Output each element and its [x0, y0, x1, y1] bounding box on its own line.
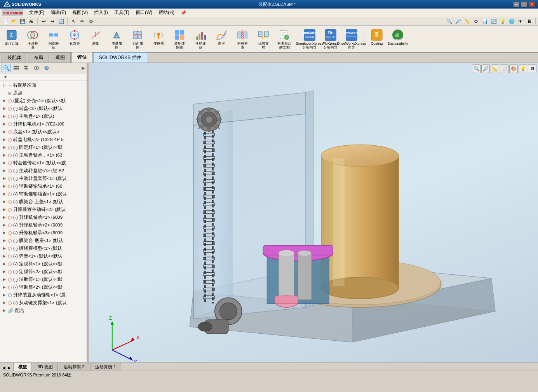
panel-btn-collapse[interactable] [22, 64, 31, 72]
ribbon-btn-driveworks-xpress[interactable]: DriveWorks Xpress DriveWorksXpress向导 [341, 27, 362, 51]
ribbon-btn-interference[interactable]: 干涉检查 [23, 27, 43, 51]
qa-sketch-select[interactable]: ✏ [78, 18, 86, 25]
tree-item-aux-drum1[interactable]: ▶ ⬡ (-) 辅助筒<1> (默认<<默 [0, 276, 87, 284]
tree-item-fixed-film2[interactable]: ▶ ⬡ (-) 定膜筒<2> (默认<<默 [0, 268, 87, 276]
tree-item-turntable-motor[interactable]: ▶ ⬡ 转盘电机<2> (132S-4P-5 [0, 136, 87, 144]
window-controls[interactable]: ─ □ ✕ [513, 2, 535, 7]
tab-assembly[interactable]: 装配体 [2, 52, 27, 63]
tree-item-aux-drum2[interactable]: ▶ ⬡ (-) 辅助筒<2> (默认<<默 [0, 284, 87, 291]
tree-item-lb1[interactable]: ▶ ⬡ (-) 升降机轴承<1> (6009 [0, 214, 87, 221]
qa-rebuild[interactable]: 🔄 [57, 18, 65, 25]
tree-item-driven-sprocket[interactable]: ▶ ⬡ 升降装置从动链轮<1> (属 [0, 291, 87, 299]
tree-item-tt-drive[interactable]: ▶ ⬡ 转盘链传动<1> (默认<<默 [0, 159, 87, 167]
vp-btn-2[interactable]: 🔎 [481, 64, 490, 73]
pin-icon[interactable]: 📌 [181, 10, 186, 16]
tree-item-spring[interactable]: ▶ ⬡ (-) 弹簧<1> (默认<<默认 [0, 253, 87, 260]
display-icon[interactable]: 📊 [481, 18, 489, 25]
tree-item-aux-chain-bearing[interactable]: ▶ ⬡ (-) 辅助链轮轴承<1> (60 [0, 183, 87, 190]
ribbon-btn-clearance[interactable]: 间隙验证 [44, 27, 64, 51]
tree-item-lb2[interactable]: ▶ ⬡ (-) 升降机轴承<2> (6009 [0, 221, 87, 229]
tree-item-film-base[interactable]: ▶ ⬡ (-) 膜架台-底座<1> (默认 [0, 237, 87, 245]
tree-item-main-key[interactable]: ▶ ⬡ (-) 主动转盘键<1> (键 B2 [0, 167, 87, 175]
bottom-tab-motion-2[interactable]: 运动算例 2 [59, 363, 89, 371]
settings-icon[interactable]: ⚙ [472, 18, 480, 25]
vp-btn-4[interactable]: ⬜ [500, 64, 508, 73]
qa-open[interactable]: 📂 [10, 18, 18, 25]
vp-btn-6[interactable]: 💡 [519, 64, 527, 73]
ribbon-btn-sustainability[interactable]: Sustainability Sustainability [388, 27, 408, 47]
tree-item-origin[interactable]: ⊕ 原点 [0, 89, 87, 97]
bottom-tab-model[interactable]: 模型 [13, 363, 32, 371]
menu-edit[interactable]: 编辑(E) [47, 9, 69, 17]
tab-sw-plugins[interactable]: SOLIDWORKS 插件 [93, 52, 147, 63]
qa-options[interactable]: ⚙ [87, 18, 95, 25]
tree-item-wrap-model[interactable]: ▶ ⬡ (-) 缠绕膜模型<1> (默认 [0, 245, 87, 253]
qa-save[interactable]: 💾 [19, 18, 26, 25]
ribbon-btn-simulation-xpress[interactable]: Simulation Xpress SimulationXpress分析向导 [299, 27, 320, 51]
menu-file[interactable]: 文件(F) [26, 9, 47, 17]
tree-item-fixed-film1[interactable]: ▶ ⬡ (-) 定膜筒<1> (默认<<默 [0, 260, 87, 268]
scene-icon[interactable]: 🌐 [508, 18, 515, 25]
tree-item-disc-bearing[interactable]: ▶ ⬡ (-) 主动盘轴承，<1> (63 [0, 152, 87, 159]
bottom-tab-motion-1[interactable]: 运动算例 1 [90, 363, 121, 371]
qa-select[interactable]: ↖ [70, 18, 78, 25]
ribbon-btn-curvature[interactable]: 曲率 [211, 27, 232, 47]
ribbon-btn-section[interactable]: 剖面属性 [127, 27, 148, 51]
minimize-btn[interactable]: ─ [513, 2, 519, 7]
qa-undo[interactable]: ↩ [40, 18, 48, 25]
monitor-icon[interactable]: 🖥 [526, 18, 533, 25]
ribbon-btn-costing[interactable]: $ Costing [367, 27, 387, 47]
tree-item-lb3[interactable]: ▶ ⬡ (-) 升降机轴承<3> (6009 [0, 229, 87, 237]
rotate-icon[interactable]: 🔃 [490, 18, 498, 25]
menu-view[interactable]: 视图(V) [69, 9, 91, 17]
search-icon[interactable]: 🔍 [445, 18, 453, 25]
viewport[interactable]: Z X Y 🔍 🔎 📐 ⬜ 🎨 💡 🖥 [89, 63, 538, 362]
ribbon-btn-sensor[interactable]: 传感器 [148, 27, 169, 47]
ribbon-btn-symmetry[interactable]: 对称检查 [232, 27, 252, 51]
tab-sketch[interactable]: 草图 [50, 52, 71, 63]
measure-icon[interactable]: 📏 [463, 18, 471, 25]
maximize-btn[interactable]: □ [521, 2, 527, 7]
vp-btn-5[interactable]: 🎨 [509, 64, 518, 73]
light-icon[interactable]: 💡 [499, 18, 507, 25]
ribbon-btn-measure[interactable]: 测量 [85, 27, 106, 47]
tree-item-driven-support[interactable]: ▶ ⬡ (-) 从动链支撑架<1> (默认 [0, 299, 87, 307]
tree-item-lift-chain2[interactable]: ▶ ⬡ 升降装置主动链<2> (默认 [0, 206, 87, 214]
tree-item-mating[interactable]: ▶ 🔗 配合 [0, 307, 87, 315]
ribbon-btn-check-active[interactable]: ✓ 检查激活的文档 [274, 27, 294, 51]
nav-right-arrow[interactable]: ▶ [7, 365, 12, 371]
tree-item-fixed-rod[interactable]: ▶ ⬡ (-) 固定杆<1> (默认<<默 [0, 144, 87, 152]
menu-help[interactable]: 帮助(H) [155, 9, 178, 17]
tab-layout[interactable]: 布局 [28, 52, 49, 63]
tree-item-turntable[interactable]: ▶ ⬡ (-) 转盘<1> (默认<<默认 [0, 105, 87, 113]
menu-window[interactable]: 窗口(W) [132, 9, 155, 17]
menu-insert[interactable]: 插入(I) [91, 9, 111, 17]
panel-expand-arrow[interactable]: ▶ [82, 65, 85, 71]
tree-item-main-disc[interactable]: ▶ ⬡ (-) 主动盘<1> (默认) [0, 113, 87, 120]
panel-btn-center[interactable] [32, 64, 41, 72]
tree-item-aux-chain-cover[interactable]: ▶ ⬡ (-) 辅助链轮端盖<1> (默认 [0, 190, 87, 198]
tree-item-film-top[interactable]: ▶ ⬡ (-) 膜架台-上盖<1> (默认 [0, 198, 87, 206]
close-btn[interactable]: ✕ [529, 2, 535, 7]
bottom-tab-3d-view[interactable]: 3D 视图 [33, 363, 58, 371]
zoom-in-icon[interactable]: 🔎 [454, 18, 462, 25]
vp-btn-7[interactable]: 🖥 [528, 64, 536, 73]
ribbon-btn-design-calc[interactable]: Σ 设计计算 [2, 27, 22, 47]
vp-btn-3[interactable]: 📐 [491, 64, 499, 73]
tree-item-outer-shell[interactable]: ▶ ⬡ (固定) 外壳<1> (默认<<默 [0, 97, 87, 105]
tree-item-chassis[interactable]: ▶ ⬡ 底盘<1> (默认<<默认>... [0, 128, 87, 136]
ribbon-btn-hole-align[interactable]: 孔对齐 [64, 27, 85, 47]
view-icon[interactable]: 👁 [517, 18, 524, 25]
panel-btn-search[interactable]: 🔍 [2, 64, 11, 72]
qa-print[interactable]: 🖨 [27, 18, 35, 25]
vp-btn-1[interactable]: 🔍 [472, 64, 481, 73]
ribbon-btn-compare[interactable]: ⇄ 比较文档 [253, 27, 273, 51]
nav-left-arrow[interactable]: ◀ [2, 365, 6, 371]
ribbon-btn-assembly-perf[interactable]: 装配体性能 [169, 27, 190, 51]
panel-btn-pie[interactable] [42, 64, 51, 72]
menu-tools[interactable]: 工具(T) [111, 9, 132, 17]
ribbon-btn-mass-props[interactable]: 质量属性 [106, 27, 127, 51]
qa-redo[interactable]: ↪ [49, 18, 56, 25]
panel-btn-list[interactable] [12, 64, 21, 72]
tab-evaluate[interactable]: 评估 [71, 52, 92, 63]
